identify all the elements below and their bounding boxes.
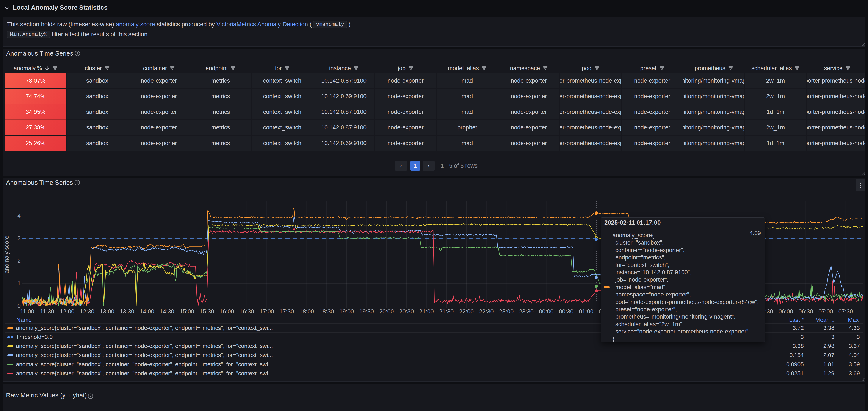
svg-text:21:30: 21:30 xyxy=(439,308,454,315)
svg-text:23:30: 23:30 xyxy=(519,308,534,315)
svg-text:19:00: 19:00 xyxy=(339,308,354,315)
svg-text:20:30: 20:30 xyxy=(399,308,414,315)
svg-text:17:30: 17:30 xyxy=(279,308,294,315)
svg-text:11:30: 11:30 xyxy=(40,308,54,315)
svg-text:07:00: 07:00 xyxy=(818,308,833,315)
svg-text:00:00: 00:00 xyxy=(539,308,554,315)
svg-text:2: 2 xyxy=(18,258,21,264)
svg-text:3: 3 xyxy=(18,235,21,242)
svg-text:15:30: 15:30 xyxy=(199,308,214,315)
svg-text:15:00: 15:00 xyxy=(180,308,194,315)
svg-text:18:30: 18:30 xyxy=(319,308,334,315)
svg-text:22:00: 22:00 xyxy=(459,308,474,315)
svg-text:17:00: 17:00 xyxy=(259,308,274,315)
svg-text:4: 4 xyxy=(18,212,21,219)
svg-text:14:00: 14:00 xyxy=(140,308,154,315)
svg-text:06:30: 06:30 xyxy=(799,308,813,315)
svg-text:22:30: 22:30 xyxy=(479,308,494,315)
svg-text:21:00: 21:00 xyxy=(419,308,434,315)
svg-text:18:00: 18:00 xyxy=(300,308,314,315)
svg-text:14:30: 14:30 xyxy=(159,308,174,315)
svg-text:13:00: 13:00 xyxy=(100,308,115,315)
svg-text:00:30: 00:30 xyxy=(559,308,574,315)
svg-text:12:00: 12:00 xyxy=(60,308,74,315)
svg-text:13:30: 13:30 xyxy=(120,308,134,315)
svg-text:01:00: 01:00 xyxy=(579,308,593,315)
svg-text:11:00: 11:00 xyxy=(20,308,34,315)
svg-text:07:30: 07:30 xyxy=(838,308,853,315)
svg-text:19:30: 19:30 xyxy=(359,308,374,315)
svg-text:16:30: 16:30 xyxy=(240,308,254,315)
svg-text:1: 1 xyxy=(18,280,21,286)
svg-text:06:00: 06:00 xyxy=(778,308,793,315)
svg-text:23:00: 23:00 xyxy=(499,308,514,315)
svg-text:16:00: 16:00 xyxy=(219,308,234,315)
svg-text:12:30: 12:30 xyxy=(80,308,94,315)
svg-text:anomaly score: anomaly score xyxy=(3,236,10,273)
svg-text:20:00: 20:00 xyxy=(379,308,394,315)
